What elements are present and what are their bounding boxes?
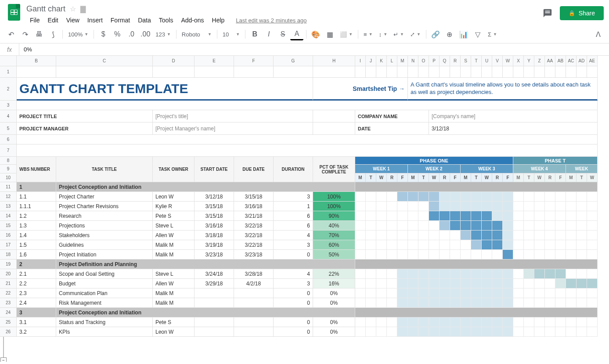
day-header[interactable]: R <box>545 173 555 182</box>
day-header[interactable]: T <box>577 173 587 182</box>
gantt-cell[interactable] <box>492 202 503 211</box>
gantt-cell[interactable] <box>471 269 482 279</box>
gantt-cell[interactable] <box>513 240 524 250</box>
star-icon[interactable]: ☆ <box>70 5 76 13</box>
gantt-cell[interactable] <box>471 327 482 337</box>
cell-start[interactable] <box>195 327 234 337</box>
gantt-cell[interactable] <box>482 327 492 337</box>
cell-wbs[interactable]: 1.3 <box>17 221 56 231</box>
cell[interactable] <box>555 66 566 78</box>
cell[interactable] <box>195 66 234 78</box>
col-header-Q[interactable]: Q <box>440 56 450 66</box>
gantt-cell[interactable] <box>397 269 408 279</box>
col-header-W[interactable]: W <box>503 56 513 66</box>
cell-owner[interactable]: Malik M <box>153 288 195 298</box>
gantt-cell[interactable] <box>418 221 429 231</box>
gantt-cell[interactable] <box>450 269 461 279</box>
gantt-cell[interactable] <box>566 231 577 240</box>
row-header-13[interactable]: 13 <box>0 202 17 211</box>
cell-due[interactable]: 3/22/18 <box>234 240 274 250</box>
gantt-cell[interactable] <box>545 202 555 211</box>
cell-title[interactable]: Communication Plan <box>56 288 153 298</box>
section-wbs[interactable]: 3 <box>17 308 56 317</box>
gantt-cell[interactable] <box>492 298 503 308</box>
gantt-cell[interactable] <box>366 240 376 250</box>
gantt-cell[interactable] <box>387 211 397 221</box>
gantt-cell[interactable] <box>492 240 503 250</box>
section-gantt[interactable] <box>355 259 598 269</box>
gantt-cell[interactable] <box>545 231 555 240</box>
row-header-24[interactable]: 24 <box>0 308 17 317</box>
day-header[interactable]: R <box>387 173 397 182</box>
row-header-15[interactable]: 15 <box>0 221 17 231</box>
cell-dur[interactable]: 4 <box>274 231 313 240</box>
formula-input[interactable]: 0% <box>19 46 609 53</box>
day-header[interactable]: T <box>471 173 482 182</box>
gantt-cell[interactable] <box>503 327 513 337</box>
col-header-J[interactable]: J <box>366 56 376 66</box>
cell-pct[interactable]: 90% <box>313 211 355 221</box>
gantt-cell[interactable] <box>524 317 534 327</box>
gantt-cell[interactable] <box>555 279 566 288</box>
currency-icon[interactable]: $ <box>97 28 110 40</box>
gantt-cell[interactable] <box>418 327 429 337</box>
cell[interactable] <box>461 66 471 78</box>
cell[interactable] <box>418 66 429 78</box>
hdr-duration[interactable]: DURATION <box>274 157 313 182</box>
gantt-cell[interactable] <box>429 211 440 221</box>
week-header-4[interactable]: WEEK 4 <box>513 165 566 173</box>
gantt-cell[interactable] <box>397 250 408 259</box>
print-icon[interactable]: 🖶 <box>32 28 46 40</box>
cell-start[interactable]: 3/24/18 <box>195 269 234 279</box>
cell-pct[interactable]: 16% <box>313 279 355 288</box>
gantt-cell[interactable] <box>355 269 366 279</box>
gantt-cell[interactable] <box>524 298 534 308</box>
gantt-cell[interactable] <box>387 298 397 308</box>
col-header-L[interactable]: L <box>387 56 397 66</box>
gantt-cell[interactable] <box>555 211 566 221</box>
gantt-cell[interactable] <box>440 250 450 259</box>
week-header-5[interactable]: WEEK <box>566 165 598 173</box>
week-header-2[interactable]: WEEK 2 <box>408 165 461 173</box>
smartsheet-tip-label[interactable]: Smartsheet Tip → <box>313 78 408 101</box>
row-header-9[interactable]: 9 <box>0 165 17 173</box>
cell-pct[interactable]: 70% <box>313 231 355 240</box>
gantt-cell[interactable] <box>555 231 566 240</box>
h-align-icon[interactable]: ≡▼ <box>361 29 375 40</box>
col-header-C[interactable]: C <box>56 56 153 66</box>
wrap-icon[interactable]: ↵▼ <box>391 29 407 40</box>
gantt-cell[interactable] <box>450 250 461 259</box>
phase-two-header[interactable]: PHASE T <box>513 157 598 165</box>
gantt-cell[interactable] <box>566 298 577 308</box>
gantt-cell[interactable] <box>545 279 555 288</box>
borders-icon[interactable]: ▦ <box>323 28 336 40</box>
col-header-F[interactable]: F <box>234 56 274 66</box>
cell[interactable] <box>534 66 545 78</box>
gantt-cell[interactable] <box>429 317 440 327</box>
gantt-cell[interactable] <box>450 288 461 298</box>
gantt-cell[interactable] <box>429 240 440 250</box>
day-header[interactable]: M <box>513 173 524 182</box>
gantt-cell[interactable] <box>503 298 513 308</box>
gantt-cell[interactable] <box>587 279 598 288</box>
cell[interactable] <box>450 66 461 78</box>
gantt-cell[interactable] <box>566 288 577 298</box>
gantt-cell[interactable] <box>566 317 577 327</box>
gantt-cell[interactable] <box>587 317 598 327</box>
gantt-cell[interactable] <box>534 202 545 211</box>
zoom-select[interactable]: 100%▼ <box>65 29 91 40</box>
share-button[interactable]: 🔒 Share <box>560 6 604 20</box>
gantt-cell[interactable] <box>482 240 492 250</box>
gantt-cell[interactable] <box>450 221 461 231</box>
gantt-cell[interactable] <box>513 211 524 221</box>
row-header-11[interactable]: 11 <box>0 182 17 192</box>
cell[interactable] <box>545 66 555 78</box>
gantt-cell[interactable] <box>545 192 555 202</box>
gantt-cell[interactable] <box>545 288 555 298</box>
gantt-cell[interactable] <box>408 269 418 279</box>
gantt-cell[interactable] <box>513 192 524 202</box>
gantt-cell[interactable] <box>587 288 598 298</box>
cell-wbs[interactable]: 1.1.1 <box>17 202 56 211</box>
col-header-R[interactable]: R <box>450 56 461 66</box>
col-header-AB[interactable]: AB <box>555 56 566 66</box>
